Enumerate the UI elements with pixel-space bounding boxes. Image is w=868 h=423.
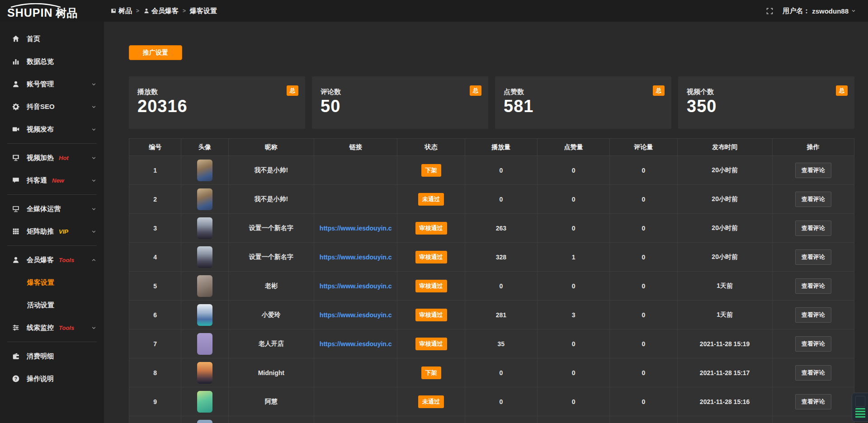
cell-play: 0 xyxy=(465,185,537,214)
table-row: 1我不是小帅!下架00020小时前查看评论 xyxy=(129,156,854,185)
video-table-wrap: 编号头像昵称链接状态播放量点赞量评论量发布时间操作 1我不是小帅!下架00020… xyxy=(129,138,854,423)
sidebar-item-operation-guide[interactable]: ?操作说明 xyxy=(0,367,104,390)
sidebar-item-label: 线索监控 xyxy=(27,324,54,332)
cell-no: 5 xyxy=(129,272,181,301)
status-badge[interactable]: 审核通过 xyxy=(415,309,447,321)
cell-status: 审核通过 xyxy=(397,214,465,243)
avatar xyxy=(197,217,212,239)
cell-play: 0 xyxy=(465,272,537,301)
table-row: 5老彬https://www.iesdouyin.c审核通过0001天前查看评论 xyxy=(129,272,854,301)
video-link[interactable]: https://www.iesdouyin.c xyxy=(320,282,392,290)
breadcrumb-item[interactable]: 树品 xyxy=(110,7,132,15)
cell-action: 查看评论 xyxy=(772,301,854,329)
sidebar-item-matrix-boost[interactable]: 矩阵助推VIP xyxy=(0,220,104,243)
status-badge[interactable]: 下架 xyxy=(421,164,441,177)
widget-screen xyxy=(855,396,865,407)
status-badge[interactable]: 审核通过 xyxy=(415,251,447,263)
sidebar-subitem-activity-settings[interactable]: 活动设置 xyxy=(0,294,104,316)
view-comments-button[interactable]: 查看评论 xyxy=(795,394,831,409)
cell-like: 0 xyxy=(538,387,610,416)
sidebar-item-home[interactable]: 首页 xyxy=(0,28,104,50)
sidebar-item-member-baoke[interactable]: 会员爆客Tools xyxy=(0,249,104,271)
wallet-icon xyxy=(11,352,20,361)
sidebar-item-tag: Hot xyxy=(59,155,69,161)
cell-avatar xyxy=(181,358,228,387)
fullscreen-icon[interactable] xyxy=(766,7,774,15)
cell-nickname: 阿慧 xyxy=(228,387,314,416)
sidebar-item-consume-detail[interactable]: 消费明细 xyxy=(0,345,104,367)
gear-icon xyxy=(11,102,20,111)
video-link[interactable]: https://www.iesdouyin.c xyxy=(320,225,392,232)
view-comments-button[interactable]: 查看评论 xyxy=(795,192,831,207)
main-content: 推广设置 播放数20316总评论数50总点赞数581总视频个数350总 编号头像… xyxy=(104,22,868,423)
sidebar-item-label: 首页 xyxy=(27,35,40,43)
avatar xyxy=(197,246,212,268)
cell-comment xyxy=(610,416,677,423)
status-badge[interactable]: 未通过 xyxy=(418,193,444,206)
cell-link: https://www.iesdouyin.c xyxy=(314,301,397,329)
view-comments-button[interactable]: 查看评论 xyxy=(795,365,831,381)
stat-card: 点赞数581总 xyxy=(495,76,671,129)
cell-like: 0 xyxy=(538,272,610,301)
cell-link xyxy=(314,358,397,387)
sidebar-item-label: 操作说明 xyxy=(27,375,54,383)
view-comments-button[interactable]: 查看评论 xyxy=(795,278,831,294)
breadcrumb-item[interactable]: 爆客设置 xyxy=(190,7,217,15)
sidebar-subitem-baoke-settings[interactable]: 爆客设置 xyxy=(0,271,104,294)
promo-settings-button[interactable]: 推广设置 xyxy=(129,45,182,60)
avatar xyxy=(197,188,212,210)
status-badge[interactable]: 审核通过 xyxy=(415,222,447,235)
breadcrumb-label: 爆客设置 xyxy=(190,7,217,15)
sidebar-item-omni-media[interactable]: 全媒体运营 xyxy=(0,197,104,220)
view-comments-button[interactable]: 查看评论 xyxy=(795,163,831,178)
cell-link: https://www.iesdouyin.c xyxy=(314,214,397,243)
status-badge[interactable]: 下架 xyxy=(421,367,441,379)
sidebar-item-tag: VIP xyxy=(59,228,68,235)
avatar xyxy=(197,160,212,181)
total-badge: 总 xyxy=(653,85,665,96)
total-badge: 总 xyxy=(836,85,848,96)
floating-widget[interactable] xyxy=(852,393,868,422)
table-row: 9阿慧未通过0002021-11-28 15:16查看评论 xyxy=(129,387,854,416)
sidebar-item-label: 消费明细 xyxy=(27,352,54,361)
cell-link xyxy=(314,416,397,423)
table-row xyxy=(129,416,854,423)
sidebar-item-data-overview[interactable]: 数据总览 xyxy=(0,50,104,73)
stat-cards: 播放数20316总评论数50总点赞数581总视频个数350总 xyxy=(129,76,854,129)
cell-nickname: 设置一个新名字 xyxy=(228,243,314,272)
status-badge[interactable]: 审核通过 xyxy=(415,338,447,350)
cell-avatar xyxy=(181,329,228,358)
sidebar-item-clue-monitor[interactable]: 线索监控Tools xyxy=(0,316,104,339)
sidebar-item-label: 矩阵助推 xyxy=(27,227,54,236)
video-link[interactable]: https://www.iesdouyin.c xyxy=(320,254,392,261)
avatar xyxy=(197,420,212,423)
chevron-down-icon xyxy=(91,104,97,110)
user-menu[interactable]: 用户名：zswodun88 xyxy=(783,7,856,15)
sliders-icon xyxy=(11,323,20,332)
sidebar-item-account-management[interactable]: 账号管理 xyxy=(0,73,104,95)
video-link[interactable]: https://www.iesdouyin.c xyxy=(320,311,392,319)
column-header: 编号 xyxy=(129,139,181,156)
video-link[interactable]: https://www.iesdouyin.c xyxy=(320,340,392,348)
cell-action: 查看评论 xyxy=(772,243,854,272)
sidebar-item-doukotong[interactable]: 抖客通New xyxy=(0,169,104,192)
avatar xyxy=(197,391,212,413)
cell-status: 未通过 xyxy=(397,185,465,214)
view-comments-button[interactable]: 查看评论 xyxy=(795,336,831,352)
status-badge[interactable]: 审核通过 xyxy=(415,280,447,292)
view-comments-button[interactable]: 查看评论 xyxy=(795,307,831,323)
cell-play: 0 xyxy=(465,358,537,387)
view-comments-button[interactable]: 查看评论 xyxy=(795,249,831,265)
status-badge[interactable]: 未通过 xyxy=(418,395,444,408)
sidebar-item-video-heating[interactable]: 视频加热Hot xyxy=(0,146,104,169)
sidebar-item-douyin-seo[interactable]: 抖音SEO xyxy=(0,95,104,118)
sidebar-item-video-publish[interactable]: 视频发布 xyxy=(0,118,104,141)
sidebar-divider xyxy=(7,194,97,195)
breadcrumb-item[interactable]: 会员爆客 xyxy=(143,7,179,15)
column-header: 状态 xyxy=(397,139,465,156)
chevron-down-icon xyxy=(851,8,856,14)
view-comments-button[interactable]: 查看评论 xyxy=(795,221,831,236)
cell-time: 2021-11-28 15:17 xyxy=(677,358,772,387)
user-icon xyxy=(143,8,150,14)
chevron-up-icon xyxy=(91,257,97,263)
